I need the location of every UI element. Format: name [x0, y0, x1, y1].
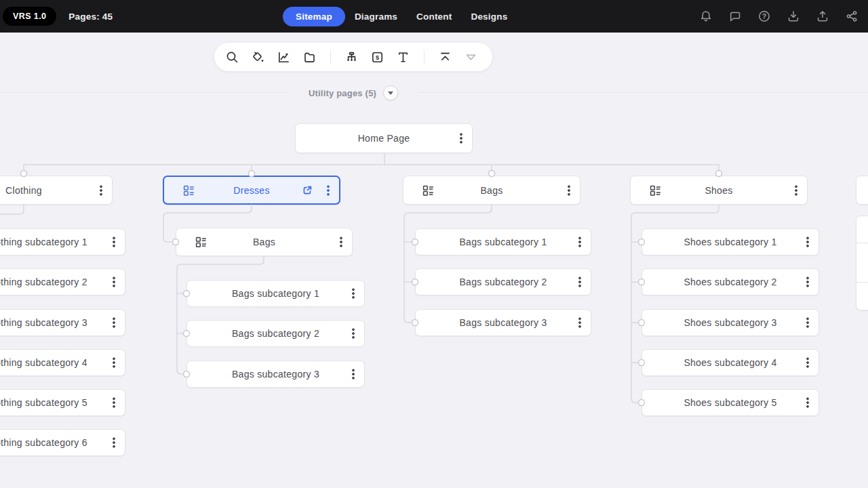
node-label: Clothing subcategory 4	[0, 357, 125, 368]
node-menu-button[interactable]	[578, 237, 581, 248]
utility-section-toggle[interactable]	[383, 85, 398, 100]
app-logo-label: VRS 1.0	[13, 12, 46, 21]
search-icon[interactable]	[225, 50, 239, 64]
node-shoes-sub-5[interactable]: Shoes subcategory 5	[642, 389, 819, 416]
node-label: Clothing subcategory 2	[0, 277, 125, 287]
share-icon[interactable]	[845, 9, 859, 23]
node-menu-button[interactable]	[113, 237, 115, 248]
node-label: Bags subcategory 3	[187, 369, 364, 380]
node-menu-button[interactable]	[568, 184, 570, 196]
pages-count: Pages: 45	[68, 12, 113, 22]
tab-content[interactable]: Content	[416, 12, 452, 22]
node-dresses-bags-sub-3[interactable]: Bags subcategory 3	[186, 361, 365, 388]
node-menu-button[interactable]	[113, 317, 115, 329]
bell-icon[interactable]	[699, 9, 713, 23]
node-menu-button[interactable]	[806, 237, 809, 248]
node-bags-sub-1[interactable]: Bags subcategory 1	[415, 228, 591, 256]
node-menu-button[interactable]	[352, 328, 355, 340]
node-menu-button[interactable]	[327, 184, 330, 196]
svg-text:s: s	[376, 54, 380, 61]
node-menu-button[interactable]	[806, 357, 809, 369]
fill-style-icon[interactable]	[251, 50, 265, 64]
node-label: Bags subcategory 2	[416, 277, 591, 287]
tab-designs[interactable]: Designs	[471, 12, 507, 22]
node-home-page[interactable]: Home Page	[295, 123, 473, 153]
node-label: Clothing	[0, 185, 112, 196]
canvas-toolbar: s	[214, 43, 492, 71]
node-shoes[interactable]: Shoes	[630, 176, 808, 205]
tab-sitemap[interactable]: Sitemap	[283, 7, 345, 26]
node-menu-button[interactable]	[352, 288, 355, 300]
node-stack-clipped-right[interactable]	[856, 216, 868, 310]
node-clothing[interactable]: Clothing	[0, 176, 113, 205]
page-layout-icon	[422, 184, 435, 197]
node-menu-button[interactable]	[578, 277, 581, 288]
node-bags-sub-2[interactable]: Bags subcategory 2	[415, 268, 591, 296]
node-clothing-sub-3[interactable]: Clothing subcategory 3	[0, 309, 125, 336]
topbar-actions: ?	[699, 0, 859, 33]
node-menu-button[interactable]	[578, 317, 581, 329]
node-clothing-sub-1[interactable]: Clothing subcategory 1	[0, 228, 125, 256]
node-bags-sub-3[interactable]: Bags subcategory 3	[415, 309, 591, 336]
node-dresses-bags-sub-1[interactable]: Bags subcategory 1	[186, 280, 365, 307]
node-menu-button[interactable]	[100, 184, 102, 196]
node-shoes-sub-2[interactable]: Shoes subcategory 2	[642, 268, 819, 296]
node-clothing-sub-6[interactable]: Clothing subcategory 6	[0, 429, 125, 456]
node-dresses[interactable]: Dresses	[163, 176, 340, 205]
utility-section: Utility pages (5)	[288, 83, 418, 103]
node-label: Shoes subcategory 4	[642, 357, 818, 368]
node-dresses-bags-sub-2[interactable]: Bags subcategory 2	[186, 320, 365, 347]
node-label: Clothing subcategory 6	[0, 437, 125, 448]
node-shoes-sub-3[interactable]: Shoes subcategory 3	[642, 309, 819, 336]
download-icon[interactable]	[787, 9, 800, 23]
expand-down-icon[interactable]	[464, 50, 478, 64]
node-menu-button[interactable]	[113, 437, 115, 449]
node-clipped-right[interactable]	[856, 176, 868, 205]
app-logo[interactable]: VRS 1.0	[3, 7, 56, 26]
node-label: Clothing subcategory 3	[0, 317, 125, 328]
collapse-to-top-icon[interactable]	[438, 50, 452, 64]
node-menu-button[interactable]	[352, 369, 355, 380]
node-menu-button[interactable]	[795, 184, 797, 196]
node-label: Bags subcategory 1	[187, 288, 364, 299]
tab-diagrams[interactable]: Diagrams	[355, 12, 397, 22]
node-label: Shoes subcategory 3	[642, 317, 818, 328]
tree-structure-icon[interactable]	[344, 50, 359, 64]
upload-icon[interactable]	[816, 9, 829, 23]
node-label: Shoes subcategory 1	[642, 237, 818, 247]
node-menu-button[interactable]	[806, 397, 809, 409]
folder-icon[interactable]	[302, 50, 317, 64]
toolbar-divider	[424, 50, 425, 64]
section-s-icon[interactable]: s	[370, 50, 384, 64]
open-page-icon[interactable]	[301, 184, 313, 197]
node-clothing-sub-5[interactable]: Clothing subcategory 5	[0, 389, 125, 416]
node-menu-button[interactable]	[113, 357, 115, 369]
utility-section-divider	[0, 92, 868, 93]
text-icon[interactable]	[396, 50, 410, 64]
node-menu-button[interactable]	[113, 277, 115, 288]
divider	[856, 243, 868, 243]
node-label: Shoes subcategory 2	[642, 277, 818, 287]
node-clothing-sub-2[interactable]: Clothing subcategory 2	[0, 268, 125, 296]
node-clothing-sub-4[interactable]: Clothing subcategory 4	[0, 349, 125, 376]
top-bar: VRS 1.0 Pages: 45 Sitemap Diagrams Conte…	[0, 0, 868, 33]
node-dresses-child-bags[interactable]: Bags	[176, 228, 353, 256]
page-layout-icon	[195, 236, 208, 249]
toolbar-divider	[330, 50, 331, 64]
node-shoes-sub-1[interactable]: Shoes subcategory 1	[642, 228, 819, 256]
chevron-down-icon	[388, 92, 393, 95]
node-menu-button[interactable]	[806, 317, 809, 329]
node-menu-button[interactable]	[113, 397, 115, 409]
node-label: Bags subcategory 3	[416, 317, 591, 328]
utility-section-label: Utility pages (5)	[309, 88, 376, 98]
node-shoes-sub-4[interactable]: Shoes subcategory 4	[642, 349, 819, 376]
node-menu-button[interactable]	[340, 237, 342, 248]
node-menu-button[interactable]	[806, 277, 809, 288]
node-bags[interactable]: Bags	[403, 176, 580, 205]
divider	[856, 282, 868, 283]
node-menu-button[interactable]	[460, 133, 462, 144]
chat-icon[interactable]	[728, 9, 742, 23]
analytics-icon[interactable]	[277, 50, 291, 64]
node-label: Shoes subcategory 5	[642, 397, 818, 408]
help-icon[interactable]: ?	[757, 9, 771, 23]
